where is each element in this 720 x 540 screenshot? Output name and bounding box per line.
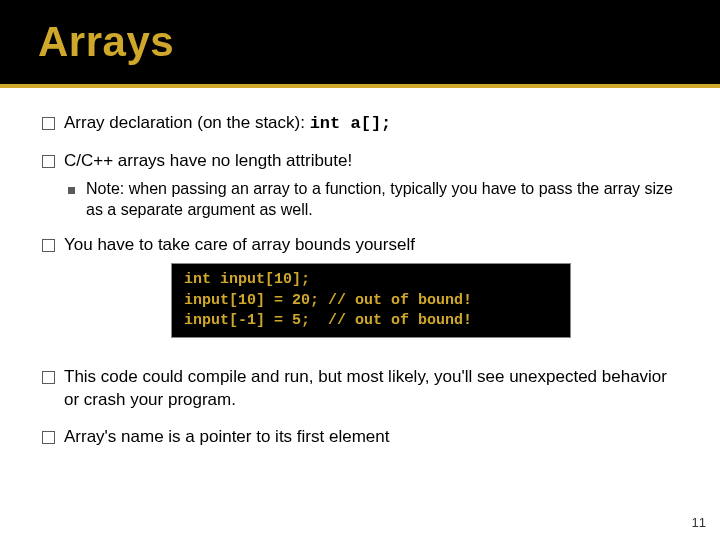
page-number: 11 — [692, 515, 706, 530]
bullet-item: Array declaration (on the stack): int a[… — [42, 112, 678, 136]
bullet-text: You have to take care of array bounds yo… — [64, 235, 415, 254]
slide-content: Array declaration (on the stack): int a[… — [0, 88, 720, 449]
title-bar: Arrays — [0, 0, 720, 88]
bullet-item: You have to take care of array bounds yo… — [42, 234, 678, 352]
sub-bullet-item: Note: when passing an array to a functio… — [64, 179, 678, 221]
bullet-list: Array declaration (on the stack): int a[… — [42, 112, 678, 449]
bullet-item: This code could compile and run, but mos… — [42, 366, 678, 412]
bullet-text: This code could compile and run, but mos… — [64, 367, 667, 409]
bullet-item: C/C++ arrays have no length attribute! N… — [42, 150, 678, 221]
bullet-item: Array's name is a pointer to its first e… — [42, 426, 678, 449]
code-wrapper: int input[10]; input[10] = 20; // out of… — [64, 257, 678, 352]
bullet-text: Array's name is a pointer to its first e… — [64, 427, 389, 446]
inline-code: int a[]; — [310, 114, 392, 133]
bullet-text: Array declaration (on the stack): — [64, 113, 310, 132]
bullet-text: C/C++ arrays have no length attribute! — [64, 151, 352, 170]
slide-title: Arrays — [38, 18, 720, 66]
code-block: int input[10]; input[10] = 20; // out of… — [171, 263, 571, 338]
sub-bullet-text: Note: when passing an array to a functio… — [86, 180, 673, 218]
sub-bullet-list: Note: when passing an array to a functio… — [64, 179, 678, 221]
